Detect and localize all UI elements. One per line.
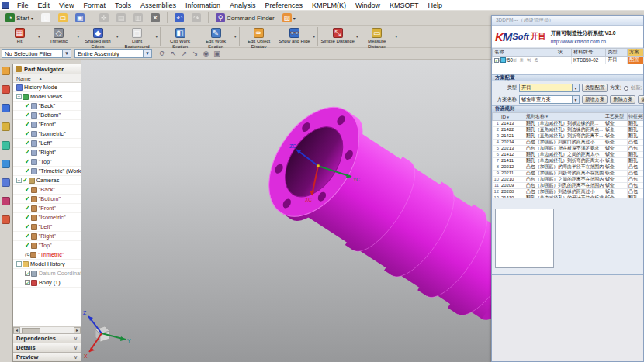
assembly-navigator-icon[interactable]	[2, 67, 10, 75]
constraint-navigator-icon[interactable]	[2, 85, 10, 94]
check-icon[interactable]: ✓	[25, 121, 30, 128]
rules-col-3[interactable]: 工艺类型	[604, 113, 628, 121]
rule-row[interactable]: 820212凸包（加强筋）的弯曲半径不在范围内钣金凸包	[493, 164, 644, 171]
menu-kmplm-k[interactable]: KMPLM(K)	[307, 1, 351, 10]
selection-filter-dropdown-icon[interactable]: ▼	[62, 50, 71, 57]
tree-item-datum-coordinat[interactable]: ✓Datum Coordinat	[13, 269, 81, 278]
sort-icon[interactable]: ▾	[545, 114, 548, 119]
tree-column-header[interactable]: Name ▲	[13, 74, 81, 83]
show-and-hide-button[interactable]: 👓Show and Hide	[277, 26, 313, 47]
reuse-library-icon[interactable]	[2, 122, 10, 131]
details-panel-bar[interactable]: Details∨	[13, 343, 81, 352]
rule-row[interactable]: 1020210凸包（加强筋）之间的距离不在范围内钣金凸包	[493, 177, 644, 183]
rule-row[interactable]: 1321410翻孔（单边减径孔）的设计不符合标准钣金翻孔	[493, 195, 644, 199]
selection-filter-combo[interactable]: No Selection Filter ▼	[2, 49, 71, 58]
rule-row[interactable]: 721411翻孔（单边减径孔）到折弯的距离太小钣金翻孔	[493, 158, 644, 164]
tree-item-top[interactable]: ✓"Top"	[13, 241, 81, 250]
tree-item-back[interactable]: ✓"Back"	[13, 102, 81, 111]
measure-distance-button[interactable]: ▭Measure Distance	[359, 26, 395, 47]
menu-file[interactable]: File	[12, 1, 33, 10]
delete-scheme-button[interactable]: 删除方案	[610, 95, 635, 104]
check-icon[interactable]: ✓	[25, 233, 30, 240]
checkbox-icon[interactable]: ✓	[25, 280, 30, 285]
part-navigator-icon[interactable]	[2, 104, 10, 112]
rule-row[interactable]: 121413翻孔（单边减径孔）到板边缘的距...钣金翻孔	[493, 121, 644, 127]
expander-icon[interactable]: −	[16, 178, 22, 183]
rules-col-4[interactable]: 特征类型	[628, 113, 644, 121]
kmsoft-url[interactable]: http://www.kmsoft.com.cn	[551, 39, 616, 44]
clip-work-section-button[interactable]: ◧Clip Work Section	[162, 26, 198, 47]
start-logo-button[interactable]: ◔Start▾	[2, 12, 36, 24]
part-navigator-header[interactable]: Part Navigator	[13, 64, 81, 74]
sphere-select-icon[interactable]: ◉	[202, 50, 210, 58]
hd3d-tools-icon[interactable]	[2, 141, 10, 150]
scheme-name-combo[interactable]: 钣金审查方案 ▼	[519, 95, 580, 104]
scroll-left-icon[interactable]: ◄	[13, 327, 20, 333]
menu-information[interactable]: Information	[181, 1, 225, 10]
menu-analysis[interactable]: Analysis	[225, 1, 261, 10]
check-icon[interactable]: ✓	[25, 158, 30, 165]
snap-arrow-icon-3[interactable]: ↘	[191, 50, 199, 58]
materials-icon[interactable]	[2, 197, 10, 205]
command-finder-button[interactable]: ⚲Command Finder	[213, 12, 278, 24]
type-combo[interactable]: 开目 ▼	[519, 84, 580, 92]
trimetric-button[interactable]: ◇Trimetric	[41, 26, 77, 47]
scrollbar-thumb[interactable]	[22, 328, 40, 333]
menu-edit[interactable]: Edit	[33, 1, 55, 10]
preview-panel-bar[interactable]: Preview∨	[13, 352, 81, 361]
tree-item-right[interactable]: ✓"Right"	[13, 148, 81, 157]
dropdown-caret-icon[interactable]: ▾	[31, 16, 33, 21]
rule-row[interactable]: 221422翻孔（直角减径孔）到边缘的距离点...钣金翻孔	[493, 127, 644, 133]
menu-tools[interactable]: Tools	[110, 1, 136, 10]
parts-col-3[interactable]: 类型	[606, 49, 628, 57]
history-palette-icon[interactable]	[2, 178, 10, 187]
work-part-cube-icon[interactable]: ▣	[213, 50, 221, 58]
tree-item-front[interactable]: ✓"Front"	[13, 120, 81, 129]
light-background-button[interactable]: □Light Background	[119, 26, 155, 47]
rule-row[interactable]: 1120209凸包（加强筋）到孔的距离不在范围内钣金凸包	[493, 183, 644, 189]
rule-row[interactable]: 1220208凸包（加强筋）到边缘的距离过小钣金凸包	[493, 189, 644, 195]
check-icon[interactable]: ✓	[25, 167, 30, 174]
tree-item-right[interactable]: ✓"Right"	[13, 232, 81, 241]
refresh-icon[interactable]: ⟳	[158, 50, 167, 58]
tree-item-top[interactable]: ✓"Top"	[13, 157, 81, 167]
scroll-right-icon[interactable]: ►	[74, 327, 81, 333]
expander-icon[interactable]: −	[16, 261, 22, 267]
rules-table-header-row[interactable]: ID ▾规则名称 ▾工艺类型特征类型	[493, 113, 644, 121]
rules-col-1[interactable]: ID ▾	[500, 113, 525, 121]
tree-item-isometric[interactable]: ✓"Isometric"	[13, 213, 81, 222]
open-folder-button[interactable]: 🗀	[55, 12, 71, 24]
tree-item-isometric[interactable]: ✓"Isometric"	[13, 129, 81, 139]
check-icon[interactable]: ✓	[25, 242, 30, 249]
check-icon[interactable]: ✓	[25, 214, 30, 221]
menu-format[interactable]: Format	[78, 1, 110, 10]
menu-assemblies[interactable]: Assemblies	[136, 1, 181, 10]
tree-item-trimetric[interactable]: ◷"Trimetric"	[13, 250, 81, 260]
menu-view[interactable]: View	[54, 1, 78, 10]
check-icon[interactable]: ✓	[25, 112, 30, 119]
tree-item-left[interactable]: ✓"Left"	[13, 139, 81, 148]
parts-col-1[interactable]: 状..	[556, 49, 572, 57]
menu-kmsoft[interactable]: KMSOFT	[385, 1, 424, 10]
chevron-down-icon[interactable]: ∨	[74, 336, 78, 342]
selection-scope-combo[interactable]: Entire Assembly ▼	[74, 49, 152, 58]
check-icon[interactable]: ✓	[25, 205, 30, 212]
fit-button[interactable]: ▦Fit	[2, 26, 37, 47]
new-file-button[interactable]: ▯	[38, 12, 54, 24]
tree-item-front[interactable]: ✓"Front"	[13, 204, 81, 213]
rule-row[interactable]: 420214凸包（加强筋）到窗口的距离过小钣金凸包	[493, 140, 644, 146]
dropdown-caret-icon[interactable]: ▾	[234, 34, 237, 39]
web-browser-icon[interactable]	[2, 160, 10, 168]
undo-button[interactable]: ↶	[171, 12, 187, 24]
selection-scope-dropdown-icon[interactable]: ▼	[143, 50, 151, 57]
menu-window[interactable]: Window	[351, 1, 385, 10]
innovation-scheme-radio[interactable]	[624, 86, 628, 91]
check-icon[interactable]: ✓	[23, 177, 28, 184]
rule-row[interactable]: 321421翻孔（直角减径孔）到折弯的距离不...钣金翻孔	[493, 133, 644, 140]
tree-item-model-views[interactable]: −Model Views	[13, 92, 81, 102]
tree-item-bottom[interactable]: ✓"Bottom"	[13, 195, 81, 204]
tree-item-history-mode[interactable]: History Mode	[13, 83, 81, 92]
menu-preferences[interactable]: Preferences	[260, 1, 307, 10]
check-icon[interactable]: ✓	[25, 130, 30, 137]
shaded-with-edges-button[interactable]: ◆Shaded with Edges	[80, 26, 116, 47]
